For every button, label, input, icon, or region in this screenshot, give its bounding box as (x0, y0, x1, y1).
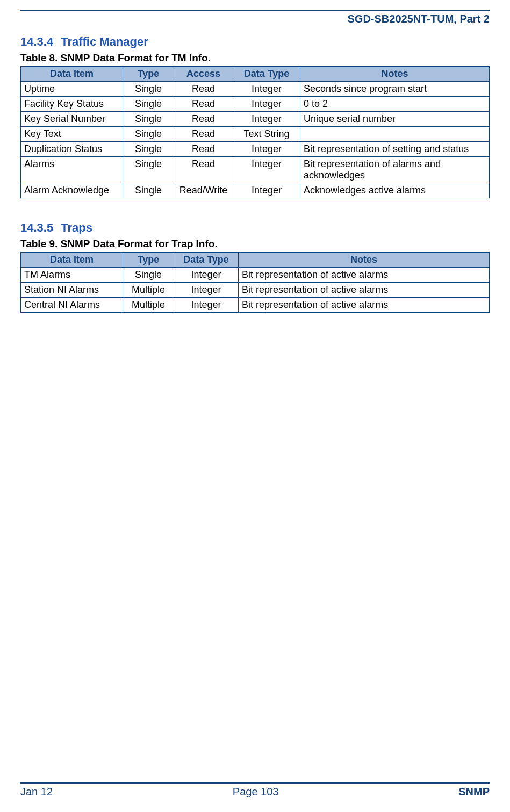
cell-type: Single (123, 82, 174, 97)
table-row: Duplication Status Single Read Integer B… (21, 142, 490, 157)
section-heading-traps: 14.3.5Traps (20, 221, 490, 235)
cell-notes: Bit representation of setting and status (300, 142, 490, 157)
table-row: Facility Key Status Single Read Integer … (21, 97, 490, 112)
cell-dtype: Integer (233, 112, 300, 127)
cell-dtype: Integer (233, 142, 300, 157)
cell-notes: Unique serial number (300, 112, 490, 127)
cell-item: Key Text (21, 127, 123, 142)
cell-type: Single (123, 183, 174, 198)
cell-type: Single (123, 157, 174, 183)
table-row: Station NI Alarms Multiple Integer Bit r… (21, 283, 490, 298)
cell-item: Alarm Acknowledge (21, 183, 123, 198)
cell-item: Facility Key Status (21, 97, 123, 112)
table-header-row: Data Item Type Access Data Type Notes (21, 67, 490, 82)
footer-date: Jan 12 (20, 786, 53, 798)
cell-item: Alarms (21, 157, 123, 183)
cell-item: Uptime (21, 82, 123, 97)
table-tm-info: Data Item Type Access Data Type Notes Up… (20, 66, 490, 198)
footer-section: SNMP (458, 786, 490, 798)
cell-notes: 0 to 2 (300, 97, 490, 112)
table-caption-8: Table 8. SNMP Data Format for TM Info. (20, 52, 490, 64)
cell-notes: Seconds since program start (300, 82, 490, 97)
cell-notes: Bit representation of alarms and acknowl… (300, 157, 490, 183)
table-row: Alarms Single Read Integer Bit represent… (21, 157, 490, 183)
cell-dtype: Text String (233, 127, 300, 142)
col-header: Data Type (174, 253, 239, 268)
cell-dtype: Integer (174, 283, 239, 298)
section-heading-traffic-manager: 14.3.4Traffic Manager (20, 35, 490, 49)
cell-type: Single (123, 127, 174, 142)
cell-access: Read (174, 97, 233, 112)
cell-access: Read (174, 157, 233, 183)
cell-item: Central NI Alarms (21, 298, 123, 313)
cell-item: Key Serial Number (21, 112, 123, 127)
footer-page: Page 103 (233, 786, 279, 798)
col-header: Data Item (21, 253, 123, 268)
table-caption-9: Table 9. SNMP Data Format for Trap Info. (20, 238, 490, 250)
cell-type: Single (123, 268, 174, 283)
document-id: SGD-SB2025NT-TUM, Part 2 (20, 11, 490, 27)
cell-item: Duplication Status (21, 142, 123, 157)
col-header: Data Item (21, 67, 123, 82)
cell-access: Read (174, 127, 233, 142)
table-row: Uptime Single Read Integer Seconds since… (21, 82, 490, 97)
section-number: 14.3.4 (20, 35, 53, 48)
page-footer: Jan 12 Page 103 SNMP (20, 782, 490, 798)
col-header: Type (123, 67, 174, 82)
cell-type: Multiple (123, 298, 174, 313)
cell-type: Single (123, 142, 174, 157)
cell-dtype: Integer (174, 268, 239, 283)
cell-type: Single (123, 112, 174, 127)
cell-item: Station NI Alarms (21, 283, 123, 298)
cell-access: Read (174, 142, 233, 157)
cell-dtype: Integer (233, 82, 300, 97)
cell-dtype: Integer (233, 157, 300, 183)
cell-access: Read/Write (174, 183, 233, 198)
table-row: TM Alarms Single Integer Bit representat… (21, 268, 490, 283)
cell-access: Read (174, 82, 233, 97)
table-trap-info: Data Item Type Data Type Notes TM Alarms… (20, 252, 490, 313)
cell-type: Single (123, 97, 174, 112)
cell-dtype: Integer (233, 97, 300, 112)
col-header: Access (174, 67, 233, 82)
col-header: Data Type (233, 67, 300, 82)
footer-rule (20, 782, 490, 784)
table-row: Central NI Alarms Multiple Integer Bit r… (21, 298, 490, 313)
cell-dtype: Integer (233, 183, 300, 198)
cell-type: Multiple (123, 283, 174, 298)
section-title: Traps (61, 221, 92, 234)
cell-notes (300, 127, 490, 142)
col-header: Notes (300, 67, 490, 82)
cell-notes: Bit representation of active alarms (239, 283, 490, 298)
col-header: Type (123, 253, 174, 268)
cell-dtype: Integer (174, 298, 239, 313)
cell-item: TM Alarms (21, 268, 123, 283)
section-title: Traffic Manager (61, 35, 148, 48)
section-number: 14.3.5 (20, 221, 53, 234)
table-row: Key Text Single Read Text String (21, 127, 490, 142)
table-header-row: Data Item Type Data Type Notes (21, 253, 490, 268)
cell-notes: Bit representation of active alarms (239, 268, 490, 283)
cell-access: Read (174, 112, 233, 127)
table-row: Key Serial Number Single Read Integer Un… (21, 112, 490, 127)
table-row: Alarm Acknowledge Single Read/Write Inte… (21, 183, 490, 198)
cell-notes: Bit representation of active alarms (239, 298, 490, 313)
col-header: Notes (239, 253, 490, 268)
cell-notes: Acknowledges active alarms (300, 183, 490, 198)
